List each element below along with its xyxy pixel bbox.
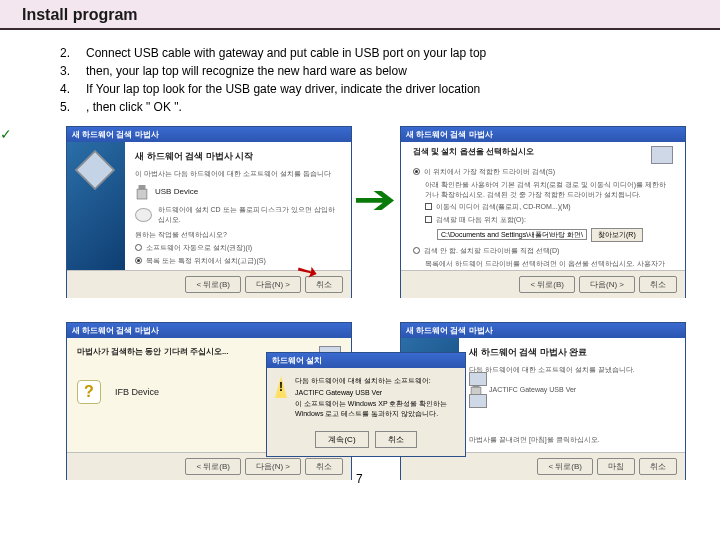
side-glyphs	[469, 372, 487, 408]
instruction-steps: 2.Connect USB cable with gateway and put…	[0, 30, 720, 126]
step-row: 3.then, your lap top will recognize the …	[60, 62, 660, 80]
wizard-titlebar: 새 하드웨어 검색 마법사	[401, 127, 685, 142]
slide-title: Install program	[22, 6, 698, 24]
finish-button[interactable]: 마침	[597, 458, 635, 475]
wizard-titlebar: 새 하드웨어 검색 마법사	[67, 323, 351, 338]
usb-icon	[135, 183, 149, 201]
radio-icon	[135, 257, 142, 264]
step-text: then, your lap top will recognize the ne…	[86, 62, 660, 80]
hardware-icon	[75, 150, 115, 190]
continue-button[interactable]: 계속(C)	[315, 431, 368, 448]
warning-titlebar: 하드웨어 설치	[267, 353, 465, 368]
slide-title-bar: Install program	[0, 0, 720, 30]
warning-dialog: 하드웨어 설치 다음 하드웨어에 대해 설치하는 소프트웨어: JACTIFC …	[266, 352, 466, 457]
step-number: 3.	[60, 62, 86, 80]
checkbox-icon	[425, 203, 432, 210]
step-row: 4.If Your lap top look for the USB gate …	[60, 80, 660, 98]
hardware-icon	[651, 146, 673, 164]
cancel-button[interactable]: 취소	[639, 458, 677, 475]
wizard-titlebar: 새 하드웨어 검색 마법사	[401, 323, 685, 338]
radio-dont-search[interactable]: 검색 안 함. 설치할 드라이버를 직접 선택(D)	[413, 246, 673, 256]
device-label: IFB Device	[115, 387, 159, 397]
cd-note: 하드웨어에 설치 CD 또는 플로피 디스크가 있으면 삽입하십시오.	[158, 205, 341, 225]
warning-device: JACTIFC Gateway USB Ver	[295, 389, 457, 396]
next-button[interactable]: 다음(N) >	[245, 276, 301, 293]
cancel-button[interactable]: 취소	[639, 276, 677, 293]
next-button[interactable]: 다음(N) >	[245, 458, 301, 475]
checkbox-removable-media[interactable]: 이동식 미디어 검색(플로피, CD-ROM...)(M)	[425, 202, 673, 212]
wizard-opt1-desc: 아래 확인란을 사용하여 기본 검색 위치(로컬 경로 및 이동식 미디어)를 …	[425, 180, 673, 200]
screenshot-panels: 새 하드웨어 검색 마법사 새 하드웨어 검색 마법사 시작 이 마법사는 다음…	[0, 126, 720, 506]
wizard-desc: 다음 하드웨어에 대한 소프트웨어 설치를 끝냈습니다.	[469, 365, 675, 375]
green-arrow-icon: ➔	[353, 176, 397, 222]
browse-button[interactable]: 찾아보기(R)	[591, 228, 643, 242]
question-icon: ?	[77, 380, 101, 404]
wizard-heading: 검색 및 설치 옵션을 선택하십시오	[413, 146, 534, 157]
next-button[interactable]: 다음(N) >	[579, 276, 635, 293]
step-number: 2.	[60, 44, 86, 62]
device-label: JACTIFC Gateway USB Ver	[489, 385, 576, 395]
radio-icon	[413, 168, 420, 175]
back-button[interactable]: < 뒤로(B)	[537, 458, 593, 475]
step-text: Connect USB cable with gateway and put c…	[86, 44, 660, 62]
cancel-button[interactable]: 취소	[375, 431, 417, 448]
step-row: 2.Connect USB cable with gateway and put…	[60, 44, 660, 62]
svg-rect-1	[137, 189, 147, 199]
back-button[interactable]: < 뒤로(B)	[519, 276, 575, 293]
back-button[interactable]: < 뒤로(B)	[185, 458, 241, 475]
warning-line1: 다음 하드웨어에 대해 설치하는 소프트웨어:	[295, 376, 457, 386]
wizard-prompt: 원하는 작업을 선택하십시오?	[135, 230, 341, 240]
wizard-side-graphic	[67, 142, 125, 270]
warning-line2: 이 소프트웨어는 Windows XP 호환성을 확인하는 Windows 로고…	[295, 399, 457, 419]
wizard-dialog-2: 새 하드웨어 검색 마법사 검색 및 설치 옵션을 선택하십시오 이 위치에서 …	[400, 126, 686, 298]
radio-icon	[413, 247, 420, 254]
wizard-heading: 마법사가 검색하는 동안 기다려 주십시오...	[77, 346, 229, 357]
wizard-finishline: 마법사를 끝내려면 [마침]을 클릭하십시오.	[469, 435, 675, 445]
step-number: 5.	[60, 98, 86, 116]
page-number: 7	[356, 472, 363, 486]
wizard-titlebar: 새 하드웨어 검색 마법사	[67, 127, 351, 142]
step-row: 5., then click " OK ".	[60, 98, 660, 116]
warning-icon	[275, 376, 287, 398]
checkbox-icon	[425, 216, 432, 223]
wizard-intro: 이 마법사는 다음 하드웨어에 대한 소프트웨어 설치를 돕습니다	[135, 169, 341, 179]
svg-rect-0	[139, 185, 146, 189]
device-label: USB Device	[155, 187, 198, 196]
checkbox-include-location[interactable]: 검색할 때 다음 위치 포함(O):	[425, 215, 673, 225]
wizard-heading: 새 하드웨어 검색 마법사 완료	[469, 346, 675, 359]
step-number: 4.	[60, 80, 86, 98]
radio-search-location[interactable]: 이 위치에서 가장 적합한 드라이버 검색(S)	[413, 167, 673, 177]
wizard-heading: 새 하드웨어 검색 마법사 시작	[135, 150, 341, 163]
radio-icon	[135, 244, 142, 251]
step-text: If Your lap top look for the USB gate wa…	[86, 80, 660, 98]
back-button[interactable]: < 뒤로(B)	[185, 276, 241, 293]
path-input[interactable]	[437, 229, 587, 240]
radio-auto-install[interactable]: 소프트웨어 자동으로 설치(권장)(I)	[135, 243, 341, 253]
cd-icon	[135, 208, 152, 222]
step-text: , then click " OK ".	[86, 98, 660, 116]
cancel-button[interactable]: 취소	[305, 458, 343, 475]
